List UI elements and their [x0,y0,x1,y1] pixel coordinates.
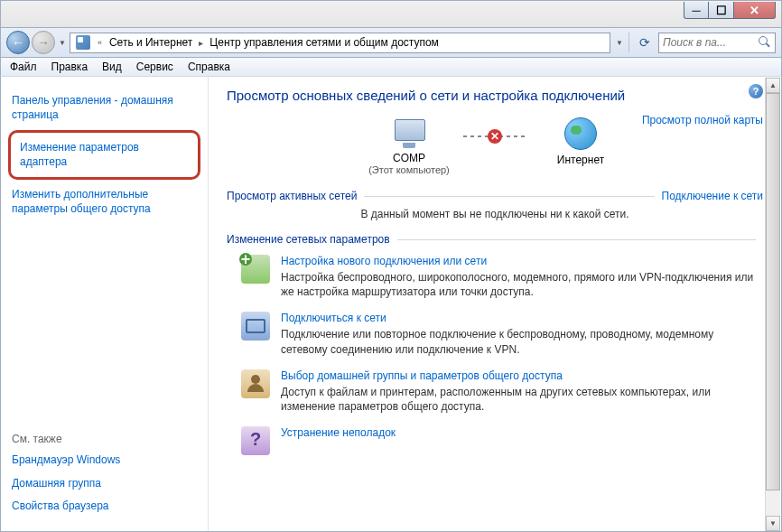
refresh-button[interactable]: ⟳ [635,33,655,52]
sidebar: Панель управления - домашняя страница Из… [1,77,209,531]
highlight-annotation: Изменение параметров адаптера [8,130,200,180]
search-box[interactable] [658,33,776,53]
search-input[interactable] [663,36,759,49]
menu-file[interactable]: Файл [3,59,44,75]
navigation-bar: ← → ▼ « Сеть и Интернет ▸ Центр управлен… [0,27,782,58]
disconnected-icon[interactable]: ✕ [488,129,502,144]
change-settings-header: Изменение сетевых параметров [227,233,763,246]
address-bar[interactable]: « Сеть и Интернет ▸ Центр управления сет… [70,33,610,53]
scroll-down-button[interactable]: ▼ [766,516,780,531]
control-panel-icon [76,35,90,50]
breadcrumb-separator-icon[interactable]: ▸ [196,38,206,48]
map-node-computer[interactable]: COMP (Этот компьютер) [355,119,463,175]
no-connection-message: В данный момент вы не подключены ни к ка… [227,208,763,220]
nav-history-dropdown[interactable]: ▼ [59,39,66,47]
menu-help[interactable]: Справка [181,59,237,75]
setting-troubleshoot: Устранение неполадок [227,426,763,455]
active-networks-header: Просмотр активных сетей Подключение к се… [227,190,763,202]
map-node-internet[interactable]: Интернет [526,117,635,177]
close-button[interactable]: ✕ [734,2,776,19]
divider [397,239,756,240]
window-titlebar: ─ ☐ ✕ [0,0,782,27]
breadcrumb-sharing-center[interactable]: Центр управления сетями и общим доступом [206,34,442,51]
computer-icon [391,119,427,148]
sidebar-home-link[interactable]: Панель управления - домашняя страница [12,91,197,125]
sidebar-homegroup-link[interactable]: Домашняя группа [12,474,197,494]
nav-buttons: ← → ▼ [6,31,66,54]
vertical-scrollbar[interactable]: ▲ ▼ [765,78,780,531]
setting-new-connection: Настройка нового подключения или сети На… [227,255,763,299]
new-connection-icon [241,255,270,284]
menu-bar: Файл Правка Вид Сервис Справка [0,58,782,77]
menu-edit[interactable]: Правка [44,59,96,75]
sidebar-firewall-link[interactable]: Брандмауэр Windows [12,451,197,471]
setting-homegroup: Выбор домашней группы и параметров общег… [227,369,763,414]
computer-name-label: COMP [355,152,463,164]
new-connection-desc: Настройка беспроводного, широкополосного… [281,270,763,299]
network-map: Просмотр полной карты COMP (Этот компьют… [227,117,763,177]
menu-view[interactable]: Вид [95,59,129,75]
divider [364,196,654,197]
back-button[interactable]: ← [6,31,30,54]
help-icon[interactable]: ? [749,84,763,98]
breadcrumb-back-chev[interactable]: « [94,38,106,47]
scroll-up-button[interactable]: ▲ [766,78,780,93]
sidebar-seealso-label: См. также [12,433,197,445]
main-panel: ? Просмотр основных сведений о сети и на… [209,77,781,531]
new-connection-link[interactable]: Настройка нового подключения или сети [281,255,763,267]
connect-network-link[interactable]: Подключиться к сети [281,312,763,324]
connect-network-icon [241,312,270,341]
map-connection-line: ✕ [463,135,526,137]
window-controls: ─ ☐ ✕ [684,2,776,19]
homegroup-icon [241,369,270,398]
change-settings-title: Изменение сетевых параметров [227,233,390,246]
separator [628,33,629,52]
sidebar-advanced-sharing-link[interactable]: Изменить дополнительные параметры общего… [12,185,197,219]
homegroup-desc: Доступ к файлам и принтерам, расположенн… [281,385,763,414]
menu-service[interactable]: Сервис [129,59,181,75]
setting-connect: Подключиться к сети Подключение или повт… [227,312,763,356]
homegroup-link[interactable]: Выбор домашней группы и параметров общег… [281,369,763,382]
content-area: Панель управления - домашняя страница Из… [0,77,782,532]
page-title: Просмотр основных сведений о сети и наст… [227,88,763,103]
address-dropdown[interactable]: ▼ [616,39,623,47]
connect-to-network-link[interactable]: Подключение к сети [662,190,763,202]
search-icon[interactable] [759,36,771,49]
scroll-thumb[interactable] [766,93,780,490]
active-networks-title: Просмотр активных сетей [227,190,357,202]
forward-button[interactable]: → [32,31,55,54]
sidebar-browser-link[interactable]: Свойства браузера [12,497,197,517]
view-full-map-link[interactable]: Просмотр полной карты [642,114,763,126]
breadcrumb-network[interactable]: Сеть и Интернет [106,34,196,51]
globe-icon [564,117,597,150]
sidebar-adapter-settings-link[interactable]: Изменение параметров адаптера [20,138,189,172]
troubleshoot-link[interactable]: Устранение неполадок [281,426,763,439]
minimize-button[interactable]: ─ [684,2,709,19]
computer-sublabel: (Этот компьютер) [355,164,463,175]
troubleshoot-icon [241,426,270,455]
connect-network-desc: Подключение или повторное подключение к … [281,327,763,356]
maximize-button[interactable]: ☐ [709,2,734,19]
internet-label: Интернет [526,154,635,166]
